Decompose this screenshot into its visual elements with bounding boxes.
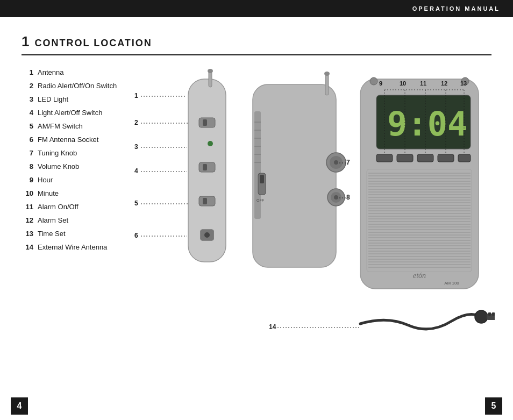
svg-point-48 [370,77,377,85]
list-item: 5AM/FM Switch [22,122,129,130]
svg-text:13: 13 [460,80,467,87]
list-item: 9Hour [22,176,129,184]
svg-text:6: 6 [134,232,138,239]
svg-text:OFF: OFF [256,198,264,202]
control-label: Tuning Knob [38,149,77,157]
list-item: 2Radio Alert/Off/On Switch [22,82,129,90]
control-label: FM Antenna Socket [38,136,98,144]
svg-text:10: 10 [400,80,406,87]
control-label: Radio Alert/Off/On Switch [38,82,117,90]
svg-rect-16 [203,119,207,126]
header-title: OPERATION MANUAL [412,5,500,12]
svg-rect-13 [209,71,212,87]
svg-rect-19 [203,164,207,170]
svg-rect-55 [438,154,454,162]
svg-rect-111 [488,312,491,316]
svg-text:7: 7 [346,159,350,166]
control-label: AM/FM Switch [38,122,83,130]
svg-point-17 [208,141,213,146]
list-item: 6FM Antenna Socket [22,136,129,144]
control-number: 2 [22,82,33,90]
main-content: 1 CONTROL LOCATION 1Antenna2Radio Alert/… [0,17,513,398]
svg-text:11: 11 [420,80,426,87]
svg-text:etón: etón [413,272,426,280]
page-numbers: 4 5 [0,392,513,420]
svg-point-23 [204,232,210,238]
list-item: 11Alarm On/Off [22,203,129,211]
list-item: 13Time Set [22,230,129,238]
svg-text:8: 8 [346,194,350,201]
svg-rect-52 [376,154,393,162]
svg-text:9:04: 9:04 [387,104,467,144]
page-number-left: 4 [11,397,28,415]
list-item: 14External Wire Antenna [22,243,129,251]
svg-text:12: 12 [441,80,447,87]
svg-point-109 [475,310,488,323]
section-divider [22,54,491,55]
control-number: 1 [22,68,33,76]
control-number: 8 [22,162,33,170]
page-number-right: 5 [485,397,502,415]
list-item: 4Light Alert/Off Switch [22,109,129,117]
control-label: Hour [38,176,53,184]
control-number: 12 [22,216,33,224]
list-item: 8Volume Knob [22,162,129,170]
svg-text:AM 100: AM 100 [444,281,459,286]
list-item: 7Tuning Knob [22,149,129,157]
svg-rect-53 [397,154,413,162]
control-number: 11 [22,203,33,211]
svg-point-26 [324,72,330,76]
control-number: 3 [22,95,33,103]
svg-rect-35 [260,175,264,183]
svg-text:9: 9 [379,80,382,87]
header-bar: OPERATION MANUAL [0,0,513,17]
section-title: CONTROL LOCATION [34,38,152,49]
section-heading: 1 CONTROL LOCATION [22,33,491,50]
svg-text:1: 1 [134,92,138,99]
list-item: 3LED Light [22,95,129,103]
svg-rect-54 [417,154,433,162]
svg-text:4: 4 [134,167,138,175]
svg-point-39 [334,160,338,165]
svg-point-14 [208,69,213,73]
control-number: 4 [22,109,33,117]
svg-text:3: 3 [134,143,138,151]
control-number: 7 [22,149,33,157]
control-number: 6 [22,136,33,144]
control-number: 9 [22,176,33,184]
svg-rect-21 [203,198,207,204]
control-label: Alarm On/Off [38,203,79,211]
list-item: 1Antenna [22,68,129,76]
control-label: Minute [38,189,59,197]
control-label: Light Alert/Off Switch [38,109,102,117]
svg-text:14: 14 [269,323,276,331]
svg-point-42 [334,195,338,200]
list-item: 12Alarm Set [22,216,129,224]
svg-rect-27 [254,111,261,219]
device-illustration: 1 2 3 4 5 6 [129,68,495,386]
control-number: 10 [22,189,33,197]
control-label: Alarm Set [38,216,68,224]
control-number: 5 [22,122,33,130]
svg-text:2: 2 [134,119,138,126]
svg-rect-25 [325,74,329,95]
svg-rect-56 [458,154,471,162]
control-number: 13 [22,230,33,238]
list-item: 10Minute [22,189,129,197]
controls-list: 1Antenna2Radio Alert/Off/On Switch3LED L… [22,68,129,388]
svg-text:5: 5 [134,200,138,207]
control-label: Time Set [38,230,66,238]
svg-rect-112 [492,312,495,316]
section-number: 1 [22,33,29,50]
control-label: Volume Knob [38,162,79,170]
control-label: External Wire Antenna [38,243,107,251]
illustration-container: 1 2 3 4 5 6 [129,68,495,388]
control-number: 14 [22,243,33,251]
controls-area: 1Antenna2Radio Alert/Off/On Switch3LED L… [22,68,491,388]
control-label: LED Light [38,95,68,103]
control-label: Antenna [38,68,63,76]
